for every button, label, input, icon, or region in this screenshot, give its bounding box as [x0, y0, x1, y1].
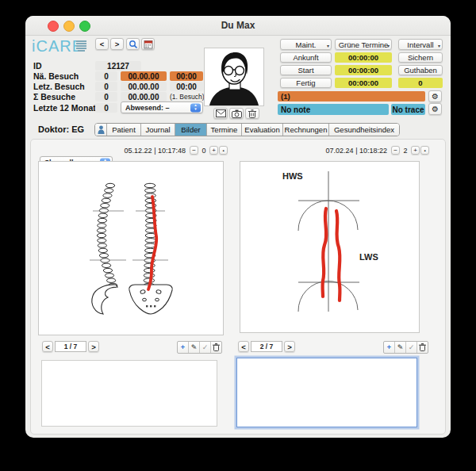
intervall-label: Intervall [407, 40, 433, 49]
next-visit-label: Nä. Besuch [33, 71, 79, 81]
spine-drawing [39, 162, 223, 335]
left-counter-option-button[interactable]: ▪ [219, 146, 228, 155]
nav-forward-button[interactable]: > [110, 38, 124, 50]
confirm-image-button[interactable]: ✓ [200, 342, 211, 353]
last-visit-label: Letz. Besuch [33, 82, 85, 91]
left-counter-plus-button[interactable]: + [209, 146, 218, 155]
right-page-indicator: 2 / 7 [251, 341, 282, 352]
intervall-menu-button[interactable]: Intervall ▾ [398, 39, 443, 50]
next-visit-time[interactable]: 00:00 [170, 71, 203, 81]
photo-delete-button[interactable] [245, 108, 259, 119]
confirm-image-button[interactable]: ✓ [406, 342, 417, 353]
guthaben-button[interactable]: Guthaben [398, 65, 443, 75]
person-icon [98, 125, 105, 134]
id-label: ID [33, 61, 42, 71]
popup-arrows-icon: ▲▼ [190, 103, 201, 112]
right-counter-option-button[interactable]: ▪ [420, 146, 429, 155]
fertig-button[interactable]: Fertig [280, 78, 332, 88]
left-image-canvas[interactable] [38, 161, 224, 335]
sum-visits-count: 0 [95, 92, 117, 101]
gruene-termine-menu-button[interactable]: Grüne Termine ▾ [335, 39, 392, 50]
trace-badge: No trace [391, 104, 425, 115]
trash-icon [419, 343, 426, 351]
gear-icon: ⚙ [432, 92, 439, 101]
logo-lines-icon [76, 40, 86, 52]
tab-gesundheitsindex[interactable]: Gesundheitsindex [329, 124, 399, 136]
left-image-timestamp: 05.12.22 | 10:17:48 [111, 147, 186, 155]
patient-photo[interactable] [204, 48, 264, 106]
absent-select-value: Abwesend: – [125, 104, 170, 112]
last-visit-date: 00.00.00 [121, 82, 167, 91]
search-button[interactable] [126, 38, 140, 50]
add-image-button[interactable]: + [178, 342, 189, 353]
note-settings-button[interactable]: ⚙ [428, 103, 442, 115]
trash-icon [248, 109, 256, 118]
left-prev-button[interactable]: < [42, 341, 53, 352]
last-12-months-label: Letzte 12 Monate [33, 102, 101, 113]
camera-button[interactable] [229, 108, 244, 119]
left-counter-minus-button[interactable]: − [190, 146, 198, 155]
edit-image-button[interactable]: ✎ [189, 342, 200, 353]
first-visit-note: (1. Besuch) [170, 92, 204, 101]
nav-back-button[interactable]: < [95, 38, 109, 50]
tab-termine[interactable]: Termine [207, 124, 242, 136]
ankunft-button[interactable]: Ankunft [280, 52, 332, 63]
tab-rechnungen[interactable]: Rechnungen [283, 124, 329, 136]
next-visit-date[interactable]: 00.00.00 [121, 71, 167, 81]
right-image-toolbar: + ✎ ✓ [383, 341, 428, 354]
note-bar: No note [278, 104, 389, 115]
doctor-label: Doktor: EG [38, 124, 84, 134]
tab-patient[interactable]: Patient [107, 124, 141, 136]
calendar-button[interactable] [141, 38, 155, 50]
tab-journal[interactable]: Journal [141, 124, 175, 136]
sichern-button[interactable]: Sichern [398, 52, 443, 63]
menu-arrow-icon: ▾ [387, 44, 390, 48]
right-counter-value: 2 [401, 146, 410, 155]
maint-menu-button[interactable]: Maint. ▾ [280, 39, 332, 50]
app-window: Du Max iCARE < > ID 12127 Nä. Besuch 0 0… [25, 16, 451, 438]
left-next-button[interactable]: > [88, 341, 99, 352]
hws-lws-drawing: HWS LWS [240, 162, 419, 332]
fertig-time-field[interactable]: 00:00:00 [335, 78, 392, 88]
ankunft-time-field[interactable]: 00:00:00 [335, 52, 392, 63]
guthaben-value-field: 0 [398, 78, 443, 88]
camera-icon [232, 109, 242, 118]
tab-bilder[interactable]: Bilder [175, 124, 207, 136]
id-value-field: 12127 [95, 61, 141, 71]
add-image-button[interactable]: + [384, 342, 395, 353]
window-title: Du Max [25, 16, 451, 35]
right-prev-button[interactable]: < [238, 341, 249, 352]
maint-label: Maint. [296, 40, 317, 49]
menu-arrow-icon: ▾ [438, 44, 440, 48]
mail-icon [216, 109, 226, 117]
start-time-field[interactable]: 00:00:00 [335, 65, 392, 75]
tab-evaluation[interactable]: Evaluation [242, 124, 283, 136]
menu-arrow-icon: ▾ [327, 44, 329, 48]
delete-image-button[interactable] [417, 342, 428, 353]
absent-select[interactable]: Abwesend: – ▲▼ [121, 101, 203, 113]
right-image-canvas[interactable]: HWS LWS [240, 161, 420, 333]
right-counter-minus-button[interactable]: − [391, 146, 400, 155]
left-image-toolbar: + ✎ ✓ [177, 341, 222, 354]
trash-icon [213, 343, 220, 351]
sum-visits-label: Σ Besuche [33, 92, 75, 101]
left-note-textarea[interactable] [41, 360, 217, 427]
right-counter-plus-button[interactable]: + [411, 146, 420, 155]
tab-patient-icon[interactable] [95, 124, 107, 136]
last-12-months-count: 0 [95, 103, 117, 113]
gruene-termine-label: Grüne Termine [339, 40, 389, 49]
titlebar: Du Max [25, 16, 451, 36]
edit-image-button[interactable]: ✎ [395, 342, 406, 353]
alert-settings-button[interactable]: ⚙ [428, 90, 442, 102]
delete-image-button[interactable] [211, 342, 221, 353]
start-button[interactable]: Start [280, 65, 332, 75]
gear-icon: ⚙ [432, 105, 439, 113]
calendar-icon [144, 40, 153, 49]
right-image-timestamp: 07.02.24 | 10:18:22 [313, 147, 387, 155]
search-icon [129, 40, 138, 49]
right-note-textarea[interactable] [236, 358, 417, 427]
mail-button[interactable] [213, 108, 228, 119]
right-next-button[interactable]: > [284, 341, 295, 352]
last-visit-count: 0 [95, 82, 117, 91]
last-visit-time: 00:00 [170, 82, 203, 91]
